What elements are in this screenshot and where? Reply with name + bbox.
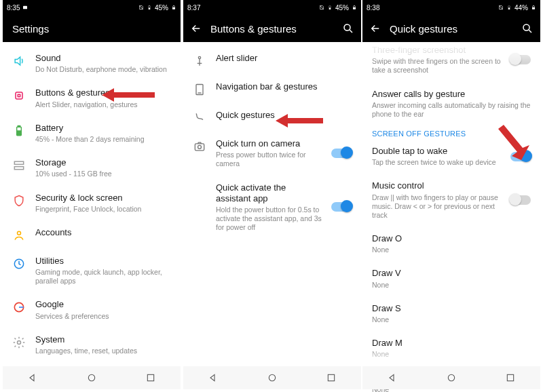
label: Quick turn on camera — [216, 138, 322, 149]
utilities-icon — [12, 257, 26, 271]
back-icon[interactable] — [369, 22, 381, 35]
row-battery[interactable]: Battery45% - More than 2 days remaining — [3, 116, 181, 151]
label: System — [35, 334, 171, 345]
sub: Languages, time, reset, updates — [35, 347, 171, 355]
nav-back-icon[interactable] — [27, 372, 38, 383]
row-draw-v[interactable]: Draw VNone — [362, 261, 540, 296]
row-security[interactable]: Security & lock screenFingerprint, Face … — [3, 186, 181, 220]
nav-back-icon[interactable] — [387, 372, 398, 383]
svg-point-23 — [198, 56, 200, 58]
sub: None — [372, 246, 531, 254]
row-accounts[interactable]: Accounts — [3, 220, 181, 249]
row-three-finger[interactable]: Three-finger screenshotSwipe with three … — [362, 42, 540, 82]
bg-list: Alert slider Navigation bar & gestures Q… — [183, 42, 361, 243]
sub: Do Not Disturb, earphone mode, vibration — [35, 65, 171, 74]
status-battery: 45% — [155, 4, 168, 12]
row-answer-calls[interactable]: Answer calls by gestureAnswer incoming c… — [362, 82, 540, 126]
buttons-icon — [12, 89, 26, 102]
toggle-double-tap[interactable] — [510, 152, 531, 161]
svg-point-32 — [523, 24, 529, 31]
status-time: 8:35 — [7, 4, 20, 12]
svg-point-12 — [18, 231, 21, 235]
header-qg: Quick gestures — [362, 15, 540, 42]
status-time: 8:38 — [367, 4, 379, 12]
nav-home-icon[interactable] — [446, 372, 457, 383]
row-quick-assistant[interactable]: Quick activate the assistant appHold the… — [183, 176, 361, 239]
toggle-camera[interactable] — [331, 149, 352, 158]
nav-bar — [3, 366, 181, 389]
label: Security & lock screen — [35, 193, 171, 203]
toggle-three-finger[interactable] — [510, 55, 531, 64]
label: Music control — [372, 180, 501, 191]
header-settings: Settings — [3, 15, 181, 42]
row-music-control[interactable]: Music controlDraw || with two fingers to… — [362, 174, 540, 227]
sub: None — [372, 315, 531, 324]
back-icon[interactable] — [190, 22, 202, 35]
row-quick-gestures[interactable]: Quick gestures — [183, 103, 361, 132]
label: Draw M — [372, 338, 531, 349]
sub: Press power button twice for camera — [216, 151, 322, 168]
label: Navigation bar & gestures — [216, 81, 352, 92]
label: Draw V — [372, 268, 531, 279]
no-sim-icon — [498, 5, 504, 10]
svg-point-27 — [269, 374, 275, 380]
sub: Tap the screen twice to wake up device — [372, 158, 501, 167]
phone-buttons-gestures: 8:37 45% Buttons & gestures Alert slider… — [183, 0, 361, 392]
gesture-icon — [193, 111, 206, 125]
storage-icon — [12, 159, 26, 172]
svg-rect-25 — [195, 144, 204, 151]
svg-rect-5 — [16, 92, 22, 99]
sub: Swipe with three fingers on the screen t… — [372, 57, 501, 75]
row-draw-s[interactable]: Draw SNone — [362, 296, 540, 331]
label: Quick gestures — [216, 110, 352, 121]
search-icon[interactable] — [342, 22, 354, 35]
row-google[interactable]: GoogleServices & preferences — [3, 292, 181, 327]
camera-icon — [193, 140, 206, 153]
sub: 10% used - 115 GB free — [35, 170, 171, 178]
nav-recent-icon[interactable] — [145, 372, 156, 383]
label: Google — [35, 299, 171, 310]
nav-home-icon[interactable] — [86, 372, 97, 383]
gear-icon — [12, 336, 26, 349]
svg-point-33 — [448, 374, 454, 380]
svg-rect-6 — [18, 95, 20, 97]
blank-icon — [193, 184, 206, 197]
lock-icon — [531, 5, 536, 10]
sub: 45% - More than 2 days remaining — [35, 135, 171, 144]
row-system[interactable]: SystemLanguages, time, reset, updates — [3, 328, 181, 362]
row-draw-m[interactable]: Draw MNone — [362, 331, 540, 366]
sub: Hold the power button for 0.5s to activa… — [216, 205, 322, 232]
sound-icon — [12, 54, 26, 68]
row-navigation-bar[interactable]: Navigation bar & gestures — [183, 75, 361, 103]
row-utilities[interactable]: UtilitiesGaming mode, quick launch, app … — [3, 249, 181, 293]
svg-rect-11 — [14, 167, 23, 170]
battery-icon — [327, 5, 333, 10]
svg-rect-3 — [149, 7, 150, 9]
svg-rect-0 — [23, 6, 27, 9]
shield-icon — [12, 194, 26, 208]
svg-rect-9 — [18, 131, 21, 135]
nav-bar — [362, 366, 540, 389]
row-quick-camera[interactable]: Quick turn on cameraPress power button t… — [183, 132, 361, 176]
row-sound[interactable]: SoundDo Not Disturb, earphone mode, vibr… — [3, 46, 181, 81]
svg-rect-2 — [149, 5, 149, 6]
page-title: Buttons & gestures — [210, 23, 334, 35]
message-icon — [22, 5, 28, 10]
row-alert-slider[interactable]: Alert slider — [183, 46, 361, 75]
sub: Gaming mode, quick launch, app locker, p… — [35, 268, 171, 286]
search-icon[interactable] — [521, 22, 533, 35]
nav-recent-icon[interactable] — [326, 372, 337, 383]
nav-home-icon[interactable] — [267, 372, 278, 383]
toggle-music[interactable] — [510, 195, 531, 205]
svg-rect-30 — [508, 7, 510, 9]
nav-recent-icon[interactable] — [505, 372, 516, 383]
row-buttons-gestures[interactable]: Buttons & gesturesAlert Slider, navigati… — [3, 81, 181, 115]
row-storage[interactable]: Storage10% used - 115 GB free — [3, 151, 181, 185]
qg-list: Three-finger screenshotSwipe with three … — [362, 42, 540, 392]
row-double-tap[interactable]: Double tap to wakeTap the screen twice t… — [362, 139, 540, 174]
toggle-assistant[interactable] — [331, 202, 352, 212]
label: Answer calls by gesture — [372, 89, 531, 100]
nav-back-icon[interactable] — [208, 372, 219, 383]
row-draw-o[interactable]: Draw ONone — [362, 227, 540, 261]
svg-rect-10 — [14, 161, 23, 164]
